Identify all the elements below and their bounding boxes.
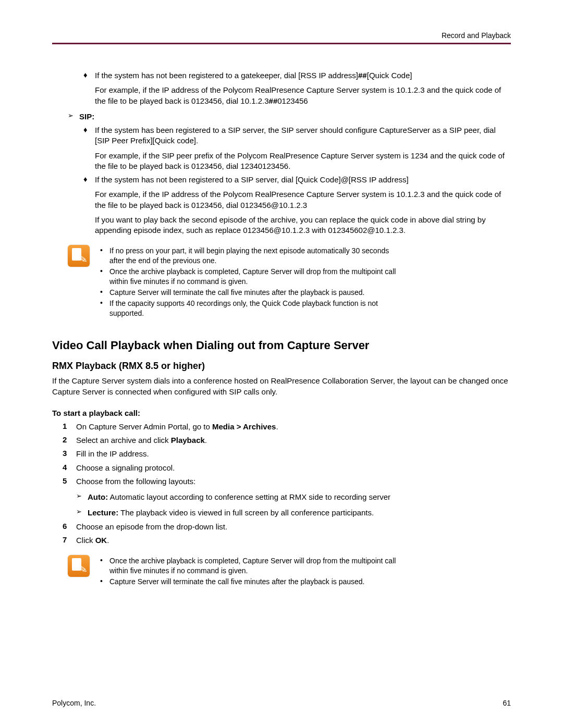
sip-label: SIP: [79,112,511,122]
list-item: ♦ If the system has been registered to a… [83,125,511,171]
list-item: ♦ If the system has not been registered … [83,70,511,106]
footer-page-number: 61 [503,699,511,707]
step-item: 7Click OK. [63,535,511,546]
note-content: •Once the archive playback is completed,… [100,555,402,587]
body-text: If you want to play back the second epis… [95,215,511,236]
step-item: 6Choose an episode from the drop-down li… [63,522,511,532]
note-icon [68,245,90,267]
note-block: •If no press on your part, it will begin… [68,245,511,318]
note-block: •Once the archive playback is completed,… [68,555,511,587]
triangle-bullet-icon: ➢ [76,492,88,502]
dot-bullet-icon: • [100,267,109,287]
dot-bullet-icon: • [100,556,109,576]
list-item: •If no press on your part, it will begin… [100,246,402,266]
triangle-bullet-icon: ➢ [76,508,88,518]
section-heading: Video Call Playback when Dialing out fro… [52,339,511,352]
list-item: ♦ If the system has not been registered … [83,175,511,236]
body-text: For example, if the IP address of the Po… [95,85,511,106]
list-item: ➢ Auto: Automatic layout according to co… [76,492,511,502]
body-text: If the system has not been registered to… [95,175,511,236]
step-item: 3Fill in the IP address. [63,449,511,459]
note-icon [68,555,90,577]
body-text: If the system has not been registered to… [95,70,511,106]
list-item: •Once the archive playback is completed,… [100,556,402,576]
layout-options: ➢ Auto: Automatic layout according to co… [76,492,511,519]
diamond-bullet-icon: ♦ [83,175,95,236]
dot-bullet-icon: • [100,246,109,266]
step-item: 2Select an archive and click Playback. [63,435,511,446]
list-item: •Capture Server will terminate the call … [100,577,402,587]
list-item: •If the capacity supports 40 recordings … [100,299,402,318]
procedure-heading: To start a playback call: [52,409,511,417]
document-page: Record and Playback ♦ If the system has … [0,0,563,728]
body-text: If the system has been registered to a S… [95,125,511,171]
list-item: •Once the archive playback is completed,… [100,267,402,287]
list-item: ➢ SIP: [68,112,511,122]
page-footer: Polycom, Inc. 61 [52,699,511,707]
step-item: 5Choose from the following layouts: [63,476,511,487]
note-content: •If no press on your part, it will begin… [100,245,402,318]
triangle-bullet-icon: ➢ [68,112,79,122]
step-item: 1On Capture Server Admin Portal, go to M… [63,422,511,432]
subsection-heading: RMX Playback (RMX 8.5 or higher) [52,361,511,372]
header-rule [52,43,511,44]
step-item: 4Choose a signaling protocol. [63,463,511,473]
list-item: •Capture Server will terminate the call … [100,288,402,298]
body-text: For example, if the IP address of the Po… [95,189,511,211]
dot-bullet-icon: • [100,577,109,587]
ordered-steps: 1On Capture Server Admin Portal, go to M… [63,422,511,546]
body-text: For example, if the SIP peer prefix of t… [95,151,511,172]
header-section-title: Record and Playback [52,31,511,40]
diamond-bullet-icon: ♦ [83,125,95,171]
page-header: Record and Playback [52,31,511,44]
dot-bullet-icon: • [100,299,109,318]
footer-company: Polycom, Inc. [52,699,96,707]
diamond-bullet-icon: ♦ [83,70,95,106]
body-text: If the Capture Server system dials into … [52,376,511,397]
list-item: ➢ Lecture: The playback video is viewed … [76,508,511,518]
dot-bullet-icon: • [100,288,109,298]
